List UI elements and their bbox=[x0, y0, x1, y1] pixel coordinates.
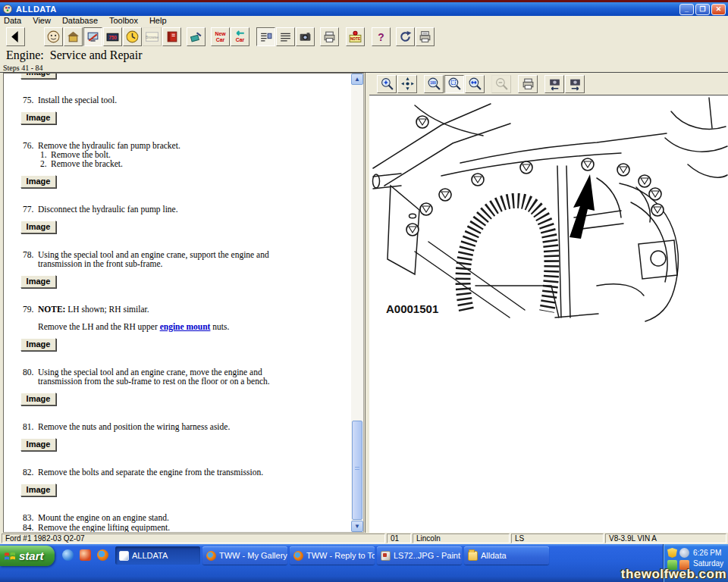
image-button[interactable]: Image bbox=[20, 393, 56, 405]
taskbar-task[interactable]: Alldata bbox=[464, 546, 549, 565]
fit-width-button[interactable] bbox=[465, 75, 485, 93]
previous-car-button[interactable]: Car bbox=[231, 27, 249, 46]
menu-data[interactable]: Data bbox=[4, 16, 21, 26]
sub-step-number: 1. bbox=[40, 150, 51, 159]
image-button[interactable]: Image bbox=[20, 175, 56, 188]
taskbar-task[interactable]: LS72..JPG - Paint bbox=[377, 546, 462, 565]
text-view-icon bbox=[278, 30, 293, 44]
tsb-button[interactable]: 750 bbox=[103, 27, 122, 46]
print-button[interactable] bbox=[320, 27, 339, 46]
engine-mount-link[interactable]: engine mount bbox=[160, 322, 211, 331]
step-number: 75. bbox=[23, 95, 38, 105]
scroll-down-button[interactable]: ▼ bbox=[351, 521, 363, 532]
image-button[interactable]: Image bbox=[20, 221, 56, 233]
alldata-icon bbox=[119, 551, 129, 561]
maximize-button[interactable]: ❐ bbox=[695, 4, 710, 15]
shop-button[interactable] bbox=[64, 27, 83, 46]
steps-list: Image 75.Install the special tool.Image7… bbox=[4, 74, 351, 532]
vehicle-info-button[interactable] bbox=[44, 27, 63, 46]
previous-image-button[interactable] bbox=[544, 75, 564, 93]
step-line: Remove the engine lifting equipment. bbox=[38, 523, 300, 532]
printer-icon bbox=[521, 77, 535, 91]
taskbar-task-label: Alldata bbox=[481, 551, 507, 560]
step-number: 82. bbox=[23, 468, 38, 477]
svg-text:Car: Car bbox=[216, 37, 225, 42]
view-image-button[interactable] bbox=[296, 27, 315, 46]
browse-button[interactable]: Browse bbox=[143, 27, 162, 46]
image-button-clipped[interactable]: Image bbox=[20, 74, 56, 79]
zoom-out-button-disabled bbox=[491, 75, 511, 93]
next-image-button[interactable] bbox=[565, 75, 585, 93]
tray-clock[interactable]: 6:26 PM bbox=[693, 548, 723, 559]
title-bar[interactable]: ALLDATA _ ❐ ✕ bbox=[0, 2, 728, 16]
image-button[interactable]: Image bbox=[20, 111, 56, 124]
zoom-in-button[interactable] bbox=[377, 75, 397, 93]
start-button[interactable]: start bbox=[0, 546, 55, 566]
zoom-100-button[interactable]: 100 bbox=[424, 75, 444, 93]
menu-view[interactable]: View bbox=[33, 16, 51, 26]
circular-arrow-icon bbox=[398, 30, 413, 44]
taskbar-task[interactable]: ALLDATA bbox=[115, 546, 200, 565]
step-line: Disconnect the hydraulic fan pump line. bbox=[38, 205, 300, 214]
watermark: thewolfweb.com bbox=[621, 567, 726, 582]
tools-button[interactable] bbox=[187, 27, 206, 46]
parts-labor-button[interactable] bbox=[123, 27, 142, 46]
image-button[interactable]: Image bbox=[20, 275, 56, 288]
zoom-fit-button[interactable] bbox=[444, 75, 464, 93]
repair-view-button[interactable] bbox=[83, 27, 102, 46]
step-text: Mount the engine on an engine stand. bbox=[38, 513, 300, 522]
taskbar-task[interactable]: TWW - Reply to Topic... bbox=[290, 546, 375, 565]
pan-button[interactable] bbox=[397, 75, 417, 93]
step-number: 84. bbox=[23, 523, 38, 532]
step-line-2: Remove the LH and the RH upper engine mo… bbox=[38, 322, 300, 331]
svg-text:?: ? bbox=[378, 32, 384, 43]
tray-shield-icon[interactable] bbox=[667, 548, 677, 558]
mascot-icon bbox=[46, 30, 61, 44]
view-text-button[interactable] bbox=[276, 27, 295, 46]
taskbar-task[interactable]: TWW - My Gallery - M... bbox=[202, 546, 287, 565]
print-image-button[interactable] bbox=[518, 75, 538, 93]
print-screen-button[interactable] bbox=[416, 27, 435, 46]
step-number: 78. bbox=[23, 250, 38, 268]
add-note-button[interactable]: NOTE bbox=[346, 27, 365, 46]
refresh-button[interactable] bbox=[396, 27, 415, 46]
zoom-100-icon: 100 bbox=[427, 77, 441, 91]
camera-previous-icon bbox=[548, 77, 562, 91]
menu-database[interactable]: Database bbox=[62, 16, 98, 26]
scrollbar-thumb[interactable] bbox=[352, 421, 362, 520]
image-button[interactable]: Image bbox=[20, 338, 56, 351]
menu-help[interactable]: Help bbox=[149, 16, 167, 26]
new-car-button[interactable]: New Car bbox=[211, 27, 230, 46]
steps-range-label: Steps 41 - 84 bbox=[3, 64, 43, 72]
close-button[interactable]: ✕ bbox=[711, 4, 726, 15]
tray-gray-icon[interactable] bbox=[679, 548, 689, 558]
taskbar-task-label: ALLDATA bbox=[132, 551, 168, 560]
image-viewer-panel: 100 bbox=[369, 73, 728, 533]
quicklaunch-browser-icon[interactable] bbox=[62, 549, 74, 561]
help-button[interactable]: ? bbox=[372, 27, 391, 46]
menu-toolbox[interactable]: Toolbox bbox=[109, 16, 138, 26]
back-button[interactable] bbox=[6, 27, 25, 46]
minimize-button[interactable]: _ bbox=[679, 4, 694, 15]
book-button[interactable] bbox=[162, 27, 181, 46]
main-toolbar: 750 Browse New Car Car bbox=[0, 26, 728, 48]
pan-icon bbox=[400, 77, 415, 91]
svg-text:750: 750 bbox=[108, 35, 117, 40]
step-text: Using the special tool and an engine cra… bbox=[38, 250, 300, 268]
step-line: Remove the hydraulic fan pump bracket. bbox=[38, 141, 300, 150]
step-item: 79.NOTE: LH shown; RH similar.Remove the… bbox=[4, 305, 351, 331]
fit-width-icon bbox=[468, 77, 482, 91]
step-text: NOTE: LH shown; RH similar.Remove the LH… bbox=[38, 305, 300, 331]
svg-text:Car: Car bbox=[236, 37, 245, 42]
scroll-up-button[interactable]: ▲ bbox=[351, 74, 363, 85]
view-text-image-button[interactable] bbox=[256, 27, 275, 46]
image-button[interactable]: Image bbox=[20, 438, 56, 451]
quicklaunch-firefox-icon[interactable] bbox=[97, 549, 108, 561]
sub-step-text: Remove the bolt. bbox=[51, 150, 111, 159]
printer-sheet-icon bbox=[418, 30, 432, 44]
image-button[interactable]: Image bbox=[20, 483, 56, 496]
quicklaunch-app-icon[interactable] bbox=[80, 549, 91, 561]
new-car-icon: New Car bbox=[213, 30, 228, 44]
menu-bar: Data View Database Toolbox Help bbox=[0, 16, 728, 26]
vertical-scrollbar[interactable]: ▲ ▼ bbox=[351, 74, 363, 532]
